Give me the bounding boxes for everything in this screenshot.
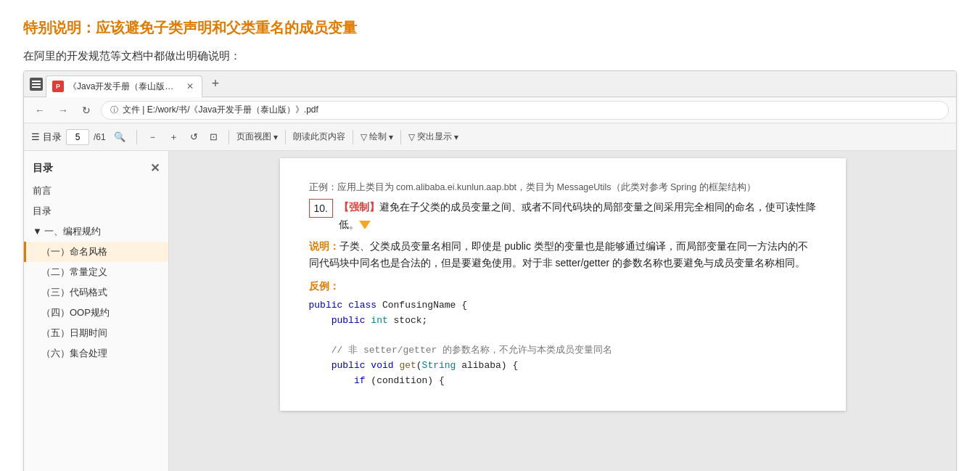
rule-main-text: 避免在子父类的成员变量之间、或者不同代码块的局部变量之间采用完全相同的命名，使可… <box>339 201 816 230</box>
zoom-out-button[interactable]: － <box>144 129 161 145</box>
note-text: 子类、父类成员变量名相同，即使是 public 类型的变量也是能够通过编译，而局… <box>309 240 808 269</box>
tab-close-button[interactable]: ✕ <box>184 81 196 92</box>
draw-chevron: ▾ <box>389 132 393 142</box>
pdf-main-content: 正例：应用上类目为 com.alibaba.ei.kunlun.aap.bbt，… <box>169 151 956 471</box>
page-total: /61 <box>94 132 106 142</box>
code-line-4: // 非 setter/getter 的参数名称，不允许与本类成员变量同名 <box>309 343 817 359</box>
sidebar-header: 目录 ✕ <box>24 158 168 181</box>
pdf-code-block: public class ConfusingName { public int … <box>309 298 817 389</box>
lock-icon: ⓘ <box>110 105 118 115</box>
page-number-input[interactable] <box>66 129 89 145</box>
zoom-in-button[interactable]: ＋ <box>165 129 182 145</box>
pdf-note-section: 说明：子类、父类成员变量名相同，即使是 public 类型的变量也是能够通过编译… <box>309 238 817 273</box>
toc-icon: ☰ <box>31 131 40 142</box>
example-label: 反例： <box>309 278 817 295</box>
search-icon: 🔍 <box>114 131 125 142</box>
sidebar-item-code-format[interactable]: （三）代码格式 <box>24 282 168 303</box>
draw-dropdown[interactable]: ▽ 绘制 ▾ <box>361 131 393 143</box>
toolbar-separator-2 <box>228 130 229 144</box>
draw-icon: ▽ <box>361 132 367 142</box>
rule-10-line: 10. 【强制】避免在子父类的成员变量之间、或者不同代码块的局部变量之间采用完全… <box>309 199 817 234</box>
back-button[interactable]: ← <box>31 102 49 119</box>
toc-section-programming[interactable]: ▼ 一、编程规约 <box>24 221 168 242</box>
article-title: 特别说明：应该避免子类声明和父类重名的成员变量 <box>23 17 957 38</box>
toolbar-separator-4 <box>353 130 353 144</box>
browser-tabbar: P 《Java开发手册（泰山版）》.pd ✕ + <box>24 71 956 97</box>
forward-button[interactable]: → <box>54 102 72 119</box>
pdf-example-section: 反例： public class ConfusingName { public … <box>309 278 817 389</box>
tab-pdf-icon: P <box>52 81 64 92</box>
fit-icon: ⊡ <box>210 131 218 142</box>
browser-tab-active[interactable]: P 《Java开发手册（泰山版）》.pd ✕ <box>46 75 202 97</box>
highlight-dropdown[interactable]: ▽ 突出显示 ▾ <box>408 131 458 143</box>
code-line-5: public void get(String alibaba) { <box>309 359 817 374</box>
toolbar-separator-3 <box>285 130 286 144</box>
highlight-icon: ▽ <box>408 132 415 142</box>
page-view-label: 页面视图 <box>236 131 271 143</box>
pdf-page: 正例：应用上类目为 com.alibaba.ei.kunlun.aap.bbt，… <box>280 158 846 411</box>
draw-label: 绘制 <box>369 131 387 143</box>
pdf-header-continuation: 正例：应用上类目为 com.alibaba.ei.kunlun.aap.bbt，… <box>309 180 817 194</box>
browser-window-icon <box>30 78 43 91</box>
sidebar-close-button[interactable]: ✕ <box>150 161 160 175</box>
address-bar[interactable]: ⓘ 文件 | E:/work/书/《Java开发手册（泰山版）》.pdf <box>101 101 949 120</box>
read-label[interactable]: 朗读此页内容 <box>293 131 345 143</box>
rule-number: 10. <box>309 199 333 218</box>
svg-rect-2 <box>32 86 41 88</box>
toc-label: 目录 <box>43 131 62 144</box>
svg-rect-1 <box>32 83 41 85</box>
rotate-icon: ↺ <box>190 131 198 142</box>
code-line-1: public class ConfusingName { <box>309 298 817 314</box>
pdf-toolbar: ☰ 目录 /61 🔍 － ＋ ↺ ⊡ 页面视图 <box>24 123 956 151</box>
sidebar-item-datetime[interactable]: （五）日期时间 <box>24 323 168 343</box>
sidebar-title: 目录 <box>33 162 53 175</box>
code-line-3 <box>309 329 817 344</box>
highlight-label: 突出显示 <box>417 131 452 143</box>
pdf-content-area: 目录 ✕ 前言 目录 ▼ 一、编程规约 （一）命名风格 （二）常量定义 <box>24 151 956 471</box>
page-view-chevron: ▾ <box>273 132 278 142</box>
rule-body: 【强制】避免在子父类的成员变量之间、或者不同代码块的局部变量之间采用完全相同的命… <box>339 199 817 234</box>
page-view-dropdown[interactable]: 页面视图 ▾ <box>236 131 278 143</box>
minus-icon: － <box>148 131 157 144</box>
plus-icon: ＋ <box>169 131 178 144</box>
highlight-chevron: ▾ <box>454 132 458 142</box>
toc-toggle-button[interactable]: ☰ 目录 <box>31 131 62 144</box>
sidebar-item-naming[interactable]: （一）命名风格 <box>24 242 168 262</box>
new-tab-button[interactable]: + <box>205 74 226 94</box>
tab-title: 《Java开发手册（泰山版）》.pd <box>68 81 177 93</box>
note-label: 说明： <box>309 240 339 252</box>
sidebar-item-constants[interactable]: （二）常量定义 <box>24 262 168 282</box>
pdf-sidebar: 目录 ✕ 前言 目录 ▼ 一、编程规约 （一）命名风格 （二）常量定义 <box>24 151 169 471</box>
article-intro: 在阿里的开发规范等文档中都做出明确说明： <box>23 49 241 62</box>
cursor-indicator <box>359 221 371 229</box>
rotate-button[interactable]: ↺ <box>186 130 202 144</box>
toc-item-toc[interactable]: 目录 <box>24 201 168 221</box>
code-line-2: public int stock; <box>309 314 817 329</box>
browser-window: P 《Java开发手册（泰山版）》.pd ✕ + ← → ↻ ⓘ 文件 | E:… <box>23 70 957 471</box>
rule-mandatory-label: 【强制】 <box>339 201 379 213</box>
fit-button[interactable]: ⊡ <box>206 130 221 144</box>
search-pdf-button[interactable]: 🔍 <box>110 130 129 144</box>
code-line-6: if (condition) { <box>309 374 817 389</box>
toolbar-separator-5 <box>400 130 401 144</box>
browser-addressbar: ← → ↻ ⓘ 文件 | E:/work/书/《Java开发手册（泰山版）》.p… <box>24 97 956 123</box>
sidebar-item-collections[interactable]: （六）集合处理 <box>24 343 168 364</box>
sidebar-item-oop[interactable]: （四）OOP规约 <box>24 303 168 323</box>
svg-rect-0 <box>32 81 41 82</box>
toolbar-separator-1 <box>136 130 137 144</box>
refresh-button[interactable]: ↻ <box>78 102 95 119</box>
toc-item-preface[interactable]: 前言 <box>24 181 168 201</box>
address-text: 文件 | E:/work/书/《Java开发手册（泰山版）》.pdf <box>123 104 318 116</box>
